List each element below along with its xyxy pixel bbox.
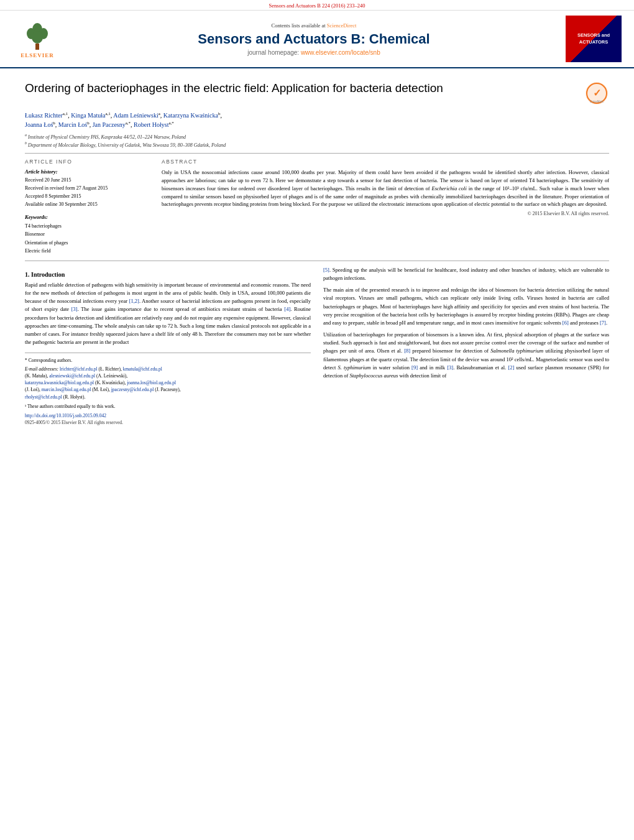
intro-paragraph-1: Rapid and reliable detection of pathogen… bbox=[25, 281, 311, 346]
author-kwasnicka: Katarzyna Kwaśnicka bbox=[163, 112, 218, 119]
ref-6[interactable]: [6] bbox=[563, 320, 569, 326]
author-jos-joanna: Joanna Łoś bbox=[25, 122, 53, 129]
ref-5[interactable]: [5] bbox=[323, 267, 329, 273]
svg-rect-4 bbox=[35, 44, 39, 50]
email-matula[interactable]: kmatula@ichf.edu.pl bbox=[123, 366, 162, 372]
author-lesniewski: Adam Leśniewski bbox=[113, 112, 158, 119]
ref-3[interactable]: [3] bbox=[71, 306, 78, 312]
email-paczesny[interactable]: jpaczesny@ichf.edu.pl bbox=[111, 387, 154, 392]
intro-paragraph-4: Utilization of bacteriophages for prepar… bbox=[323, 331, 609, 380]
abstract-copyright: © 2015 Elsevier B.V. All rights reserved… bbox=[162, 211, 609, 216]
abstract-col: ABSTRACT Only in USA the nosocomial infe… bbox=[162, 159, 609, 256]
email-lesniewski[interactable]: alesniewski@ichf.edu.pl bbox=[49, 373, 95, 379]
email-marcin[interactable]: marcin.los@biol.ug.edu.pl bbox=[42, 387, 91, 392]
elsevier-logo: ELSEVIER bbox=[12, 20, 62, 58]
email-kwasnicka[interactable]: katarzyna.kwasnicka@biol.ug.edu.pl bbox=[25, 380, 94, 385]
article-info-heading: ARTICLE INFO bbox=[25, 159, 149, 165]
authors-line: Łukasz Richtera,1, Kinga Matułaa,1, Adam… bbox=[25, 111, 609, 130]
ref-9[interactable]: [9] bbox=[411, 364, 418, 371]
sensors-logo-text: SENSORS and ACTUATORS bbox=[575, 30, 612, 48]
contents-line: Contents lists available at ScienceDirec… bbox=[75, 22, 553, 29]
email-richter[interactable]: lrichter@ichf.edu.pl bbox=[60, 366, 98, 372]
doi-line: http://dx.doi.org/10.1016/j.snb.2015.09.… bbox=[25, 412, 311, 419]
equal-contribution-note: ¹ These authors contributed equally to t… bbox=[25, 403, 311, 410]
ref-2[interactable]: [2] bbox=[508, 364, 514, 371]
article-content: Ordering of bacteriophages in the electr… bbox=[0, 68, 634, 433]
svg-text:CrossMark: CrossMark bbox=[590, 100, 604, 103]
abstract-text: Only in USA the nosocomial infections ca… bbox=[162, 168, 609, 208]
divider-1 bbox=[25, 153, 609, 154]
article-dates: Received 20 June 2015 Received in revise… bbox=[25, 177, 149, 208]
body-left: 1. Introduction Rapid and reliable detec… bbox=[25, 266, 311, 427]
sciencedirect-link[interactable]: ScienceDirect bbox=[327, 22, 357, 29]
journal-homepage-label: journal homepage: www.elsevier.com/locat… bbox=[75, 49, 553, 56]
author-richter: Łukasz Richter bbox=[25, 112, 63, 119]
email-holyst[interactable]: rholyst@ichf.edu.pl bbox=[25, 394, 62, 400]
email-joanna[interactable]: joanna.los@biol.ug.edu.pl bbox=[127, 380, 176, 385]
crossmark-icon: ✓ CrossMark bbox=[584, 81, 609, 106]
issn-line: 0925-4005/© 2015 Elsevier B.V. All right… bbox=[25, 419, 311, 426]
sensors-actuators-logo: SENSORS and ACTUATORS bbox=[566, 16, 622, 62]
article-title: Ordering of bacteriophages in the electr… bbox=[25, 81, 575, 96]
author-paczesny: Jan Paczesny bbox=[93, 122, 126, 129]
author-los-marcin: Marcin Łoś bbox=[58, 122, 87, 129]
citation-bar: Sensors and Actuators B 224 (2016) 233–2… bbox=[0, 0, 634, 11]
journal-main-title: Sensors and Actuators B: Chemical bbox=[75, 31, 553, 47]
affiliations: a Institute of Physical Chemistry PAS, K… bbox=[25, 132, 609, 149]
ref-7[interactable]: [7] bbox=[600, 320, 606, 326]
keywords-label: Keywords: bbox=[25, 214, 149, 220]
journal-header: ELSEVIER Contents lists available at Sci… bbox=[0, 11, 634, 68]
citation-text: Sensors and Actuators B 224 (2016) 233–2… bbox=[269, 2, 365, 9]
journal-title-center: Contents lists available at ScienceDirec… bbox=[75, 22, 553, 56]
homepage-link[interactable]: www.elsevier.com/locate/snb bbox=[301, 49, 380, 56]
ref-8[interactable]: [8] bbox=[404, 348, 410, 354]
ref-4[interactable]: [4] bbox=[284, 306, 290, 312]
author-holyst: Robert Hołyst bbox=[134, 122, 168, 129]
corresponding-note: * Corresponding authors. bbox=[25, 357, 311, 364]
article-title-section: Ordering of bacteriophages in the electr… bbox=[25, 81, 609, 106]
divider-2 bbox=[25, 261, 609, 261]
ref-1-2[interactable]: [1,2] bbox=[129, 298, 139, 304]
svg-point-3 bbox=[32, 31, 43, 44]
intro-paragraph-3: The main aim of the presented research i… bbox=[323, 286, 609, 327]
author-matula: Kinga Matuła bbox=[71, 112, 105, 119]
elsevier-label: ELSEVIER bbox=[21, 52, 54, 58]
intro-paragraph-2: [5]. Speeding up the analysis will be be… bbox=[323, 266, 609, 282]
intro-title: 1. Introduction bbox=[25, 271, 311, 278]
elsevier-tree-icon bbox=[22, 20, 53, 51]
body-right: [5]. Speeding up the analysis will be be… bbox=[323, 266, 609, 427]
abstract-heading: ABSTRACT bbox=[162, 159, 609, 165]
svg-text:✓: ✓ bbox=[593, 88, 601, 98]
article-info-col: ARTICLE INFO Article history: Received 2… bbox=[25, 159, 149, 256]
history-label: Article history: bbox=[25, 168, 149, 175]
ref-3b[interactable]: [3] bbox=[447, 364, 453, 371]
article-info-abstract: ARTICLE INFO Article history: Received 2… bbox=[25, 159, 609, 256]
body-two-col: 1. Introduction Rapid and reliable detec… bbox=[25, 266, 609, 427]
email-note: E-mail addresses: lrichter@ichf.edu.pl (… bbox=[25, 366, 311, 400]
footnote-section: * Corresponding authors. E-mail addresse… bbox=[25, 353, 311, 426]
keywords-list: T4 bacteriophages Biosensor Orientation … bbox=[25, 222, 149, 256]
